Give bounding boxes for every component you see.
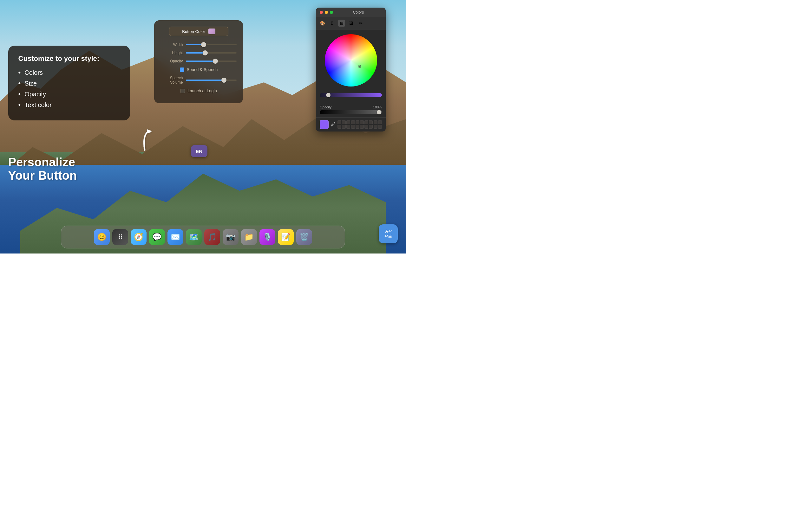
swatch-cell[interactable]: [351, 125, 355, 129]
info-card-list: Colors Size Opacity Text color: [18, 68, 120, 109]
width-slider[interactable]: [186, 44, 237, 45]
color-wheel-icon[interactable]: 🎨: [319, 20, 326, 26]
swatch-cell[interactable]: [346, 125, 350, 129]
list-item-size: Size: [18, 79, 120, 88]
swatch-cell[interactable]: [378, 120, 382, 124]
dock-item-folder1[interactable]: 📁: [241, 229, 257, 245]
opacity-label-row: Opacity 100%: [320, 105, 382, 109]
sliders-icon[interactable]: 🎚: [328, 20, 336, 26]
height-slider[interactable]: [186, 52, 237, 54]
swatch-cell[interactable]: [374, 125, 377, 129]
translate-button[interactable]: A↩ ↩吉: [379, 224, 398, 243]
launch-at-login-row: Launch at Login: [160, 89, 237, 93]
hue-slider-thumb[interactable]: [326, 93, 331, 97]
personalize-line2: Your Button: [8, 169, 77, 182]
minimize-button[interactable]: [325, 11, 328, 14]
swatch-cell[interactable]: [338, 120, 341, 124]
swatch-cell[interactable]: [356, 120, 359, 124]
dock-item-notes[interactable]: 📝: [278, 229, 294, 245]
list-item-textcolor: Text color: [18, 101, 120, 109]
dock-item-maps[interactable]: 🗺️: [186, 229, 202, 245]
opacity-slider[interactable]: [186, 60, 237, 62]
wheel-crosshair: ⊕: [358, 64, 362, 68]
speech-volume-slider[interactable]: [186, 79, 237, 81]
speech-volume-label: Speech Volume: [160, 76, 183, 84]
list-item-colors: Colors: [18, 68, 120, 77]
image-icon[interactable]: 🖼: [348, 20, 355, 26]
swatch-cell[interactable]: [364, 125, 368, 129]
launch-at-login-label: Launch at Login: [188, 89, 217, 93]
colors-panel-title: Colors: [335, 10, 382, 14]
dock-item-finder[interactable]: 😊: [94, 229, 110, 245]
en-label: EN: [196, 149, 202, 154]
hue-slider-section: [316, 91, 386, 101]
button-color-field[interactable]: Button Color: [169, 26, 228, 36]
swatch-cell[interactable]: [342, 125, 346, 129]
dropper-icon[interactable]: 🖊: [331, 122, 336, 127]
grid-icon[interactable]: ⊞: [338, 20, 345, 26]
opacity-slider-row: Opacity: [160, 59, 237, 63]
info-card-title: Customize to your style:: [18, 55, 120, 63]
sound-speech-row: ✓ Sound & Speech: [160, 67, 237, 72]
en-language-button[interactable]: EN: [191, 145, 207, 157]
colors-titlebar: Colors: [316, 8, 386, 17]
maximize-button[interactable]: [330, 11, 333, 14]
pencils-icon[interactable]: ✏: [357, 20, 364, 26]
button-color-row: Button Color: [160, 26, 237, 36]
width-slider-row: Width: [160, 43, 237, 47]
dock-item-messages[interactable]: 💬: [149, 229, 165, 245]
swatch-cell[interactable]: [369, 120, 373, 124]
translate-top-text: A↩: [385, 229, 392, 234]
close-button[interactable]: [320, 11, 323, 14]
swatches-area: 🖊: [316, 117, 386, 131]
dock-item-safari[interactable]: 🧭: [131, 229, 147, 245]
dock-item-podcasts[interactable]: 🎙️: [259, 229, 275, 245]
sound-speech-label: Sound & Speech: [187, 67, 218, 72]
dock-item-mail[interactable]: ✉️: [167, 229, 183, 245]
swatch-grid: [338, 120, 382, 129]
personalize-text: Personalize Your Button: [8, 156, 77, 182]
settings-panel: Button Color Width Height Opacity ✓ Soun…: [154, 20, 243, 103]
opacity-label: Opacity: [160, 59, 183, 63]
dock-item-photos[interactable]: 📷: [223, 229, 239, 245]
color-swatch-preview[interactable]: [208, 29, 215, 34]
height-slider-row: Height: [160, 51, 237, 55]
launch-at-login-checkbox[interactable]: [181, 89, 185, 93]
swatch-cell[interactable]: [342, 120, 346, 124]
dock-item-music[interactable]: 🎵: [204, 229, 220, 245]
swatch-cell[interactable]: [374, 120, 377, 124]
colors-opacity-label: Opacity: [320, 105, 332, 109]
sound-speech-checkbox[interactable]: ✓: [180, 67, 184, 72]
list-item-opacity: Opacity: [18, 90, 120, 98]
swatch-cell[interactable]: [378, 125, 382, 129]
opacity-thumb[interactable]: [377, 110, 381, 114]
colors-panel: Colors 🎨 🎚 ⊞ 🖼 ✏ ⊕ Opacity 100% 🖊: [316, 8, 386, 131]
active-color-swatch[interactable]: [320, 120, 328, 129]
height-label: Height: [160, 51, 183, 55]
swatch-cell[interactable]: [364, 120, 368, 124]
opacity-track[interactable]: [320, 110, 382, 114]
width-label: Width: [160, 43, 183, 47]
swatch-cell[interactable]: [346, 120, 350, 124]
swatch-cell[interactable]: [351, 120, 355, 124]
colors-opacity-value: 100%: [373, 105, 382, 109]
translate-bottom-text: ↩吉: [385, 234, 392, 239]
swatch-cell[interactable]: [338, 125, 341, 129]
dock: 😊 ⠿ 🧭 💬 ✉️ 🗺️ 🎵 📷 📁 🎙️ 📝 🗑️: [61, 226, 345, 248]
swatch-cell[interactable]: [360, 120, 364, 124]
swatch-cell[interactable]: [356, 125, 359, 129]
swatch-cell[interactable]: [369, 125, 373, 129]
dock-item-launchpad[interactable]: ⠿: [112, 229, 128, 245]
dock-item-trash[interactable]: 🗑️: [296, 229, 312, 245]
swatch-cell[interactable]: [360, 125, 364, 129]
hue-slider[interactable]: [320, 93, 382, 97]
color-wheel-container: ⊕: [316, 30, 386, 91]
colors-toolbar: 🎨 🎚 ⊞ 🖼 ✏: [316, 17, 386, 30]
speech-volume-row: Speech Volume: [160, 76, 237, 84]
color-wheel[interactable]: ⊕: [325, 34, 377, 87]
opacity-section: Opacity 100%: [316, 101, 386, 117]
personalize-line1: Personalize: [8, 156, 77, 169]
info-card: Customize to your style: Colors Size Opa…: [8, 46, 130, 120]
button-color-text: Button Color: [182, 29, 205, 34]
